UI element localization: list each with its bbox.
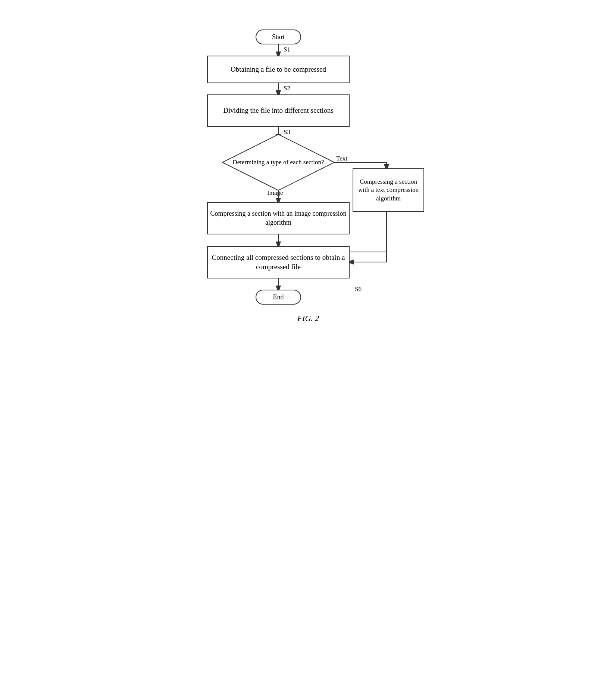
svg-text:S3: S3 [284,128,290,135]
svg-text:Start: Start [272,33,285,41]
svg-text:S6: S6 [355,286,362,293]
svg-text:S1: S1 [284,46,290,53]
svg-text:FIG. 2: FIG. 2 [297,314,319,323]
svg-text:End: End [273,293,284,301]
page-wrapper: StartS1Obtaining a file to be compressed… [170,7,446,673]
svg-text:S2: S2 [284,85,290,92]
svg-text:Image: Image [267,189,283,196]
flowchart-diagram: StartS1Obtaining a file to be compressed… [185,22,431,396]
svg-text:Text: Text [336,155,347,162]
